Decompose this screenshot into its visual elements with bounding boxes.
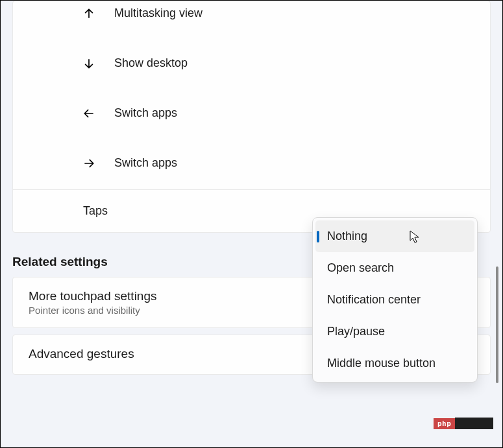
arrow-down-icon <box>81 56 97 71</box>
dropdown-option-label: Middle mouse button <box>327 357 436 370</box>
gesture-list: Multitasking view Show desktop Switch ap… <box>13 1 490 189</box>
gesture-label: Switch apps <box>114 156 177 170</box>
dropdown-option-play-pause[interactable]: Play/pause <box>315 316 474 348</box>
arrow-up-icon <box>81 6 97 21</box>
dropdown-option-open-search[interactable]: Open search <box>315 252 474 284</box>
watermark-right <box>455 418 493 429</box>
dropdown-option-nothing[interactable]: Nothing <box>315 220 474 252</box>
watermark-text: php <box>434 418 455 429</box>
dropdown-option-notification-center[interactable]: Notification center <box>315 284 474 316</box>
dropdown-option-label: Open search <box>327 261 394 274</box>
gesture-label: Multitasking view <box>114 6 202 20</box>
scrollbar-thumb[interactable] <box>496 266 498 383</box>
dropdown-option-label: Nothing <box>327 230 367 242</box>
gesture-label: Show desktop <box>114 56 188 70</box>
gesture-item-up[interactable]: Multitasking view <box>13 1 490 38</box>
gesture-settings-card: Multitasking view Show desktop Switch ap… <box>12 1 491 233</box>
taps-label: Taps <box>83 204 108 218</box>
watermark: php <box>434 418 493 429</box>
taps-dropdown[interactable]: Nothing Open search Notification center … <box>312 217 478 383</box>
gesture-label: Switch apps <box>114 106 177 120</box>
gesture-item-left[interactable]: Switch apps <box>13 88 490 138</box>
dropdown-option-middle-mouse[interactable]: Middle mouse button <box>315 348 474 379</box>
arrow-left-icon <box>81 106 97 121</box>
arrow-right-icon <box>81 156 97 171</box>
scrollbar[interactable] <box>492 1 498 447</box>
dropdown-option-label: Play/pause <box>327 325 385 338</box>
gesture-item-right[interactable]: Switch apps <box>13 138 490 188</box>
gesture-item-down[interactable]: Show desktop <box>13 38 490 88</box>
dropdown-option-label: Notification center <box>327 293 421 306</box>
